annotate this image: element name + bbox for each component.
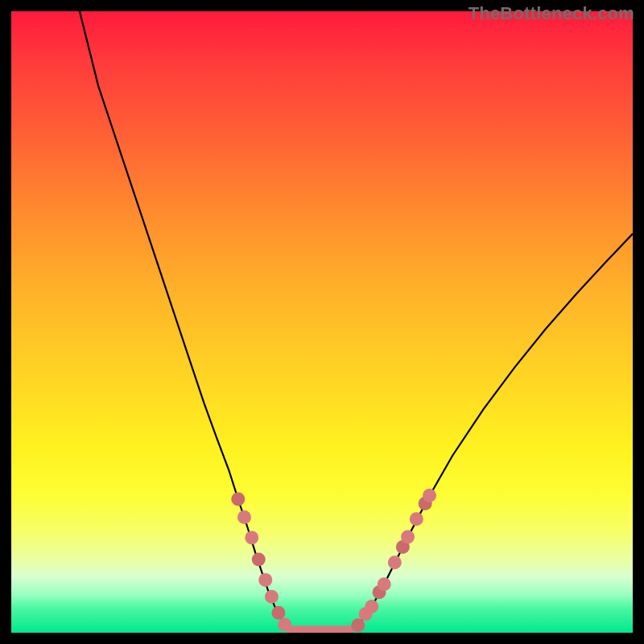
data-marker <box>351 618 365 632</box>
data-marker <box>278 617 291 631</box>
chart-plot-area <box>11 11 633 633</box>
data-marker <box>231 493 245 506</box>
data-marker <box>388 555 402 569</box>
watermark-text: TheBottleneck.com <box>469 3 634 24</box>
curve-left-branch <box>80 11 350 633</box>
data-marker <box>258 573 272 587</box>
data-marker <box>378 577 391 591</box>
data-marker <box>271 606 285 620</box>
data-marker <box>365 600 378 613</box>
chart-svg <box>11 11 633 633</box>
curve-right-branch <box>350 233 633 633</box>
markers-left-cluster <box>231 493 291 632</box>
data-marker <box>245 530 258 544</box>
data-marker <box>265 590 279 604</box>
data-marker <box>401 530 415 544</box>
data-marker <box>410 512 423 526</box>
markers-right-cluster <box>351 489 436 632</box>
data-marker <box>423 489 436 502</box>
data-marker <box>237 510 251 524</box>
data-marker <box>252 552 266 566</box>
